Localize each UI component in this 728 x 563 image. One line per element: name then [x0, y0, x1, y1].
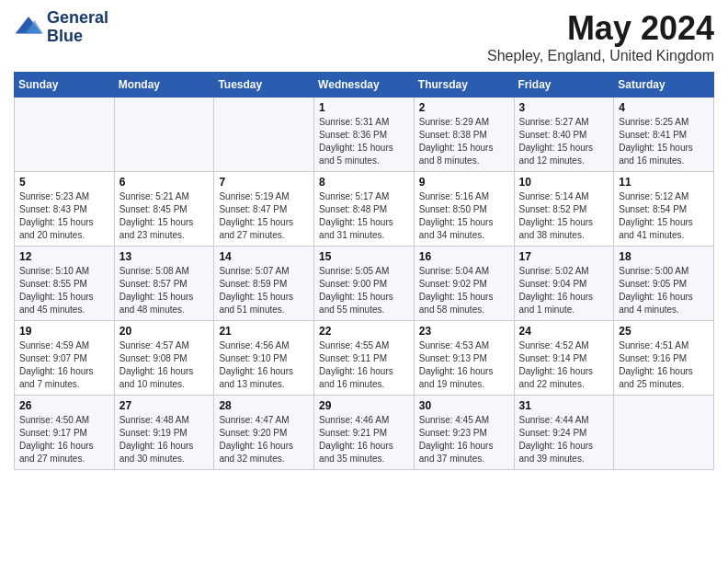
calendar-cell: 18Sunrise: 5:00 AM Sunset: 9:05 PM Dayli… [614, 247, 714, 321]
calendar-cell: 8Sunrise: 5:17 AM Sunset: 8:48 PM Daylig… [314, 172, 415, 247]
day-number: 6 [119, 176, 210, 189]
calendar-cell: 27Sunrise: 4:48 AM Sunset: 9:19 PM Dayli… [114, 396, 214, 470]
day-number: 12 [19, 250, 109, 263]
calendar-cell: 9Sunrise: 5:16 AM Sunset: 8:50 PM Daylig… [414, 172, 514, 247]
location-title: Shepley, England, United Kingdom [487, 48, 714, 64]
calendar-cell: 13Sunrise: 5:08 AM Sunset: 8:57 PM Dayli… [114, 247, 214, 321]
calendar-cell: 2Sunrise: 5:29 AM Sunset: 8:38 PM Daylig… [414, 98, 514, 172]
calendar-cell: 22Sunrise: 4:55 AM Sunset: 9:11 PM Dayli… [314, 321, 415, 396]
calendar-cell [114, 98, 214, 172]
day-info: Sunrise: 4:44 AM Sunset: 9:24 PM Dayligh… [519, 414, 609, 465]
day-info: Sunrise: 4:45 AM Sunset: 9:23 PM Dayligh… [419, 414, 509, 465]
calendar-cell: 14Sunrise: 5:07 AM Sunset: 8:59 PM Dayli… [214, 247, 314, 321]
day-number: 29 [319, 399, 409, 412]
calendar-cell [15, 98, 115, 172]
day-number: 1 [319, 101, 409, 114]
day-info: Sunrise: 4:51 AM Sunset: 9:16 PM Dayligh… [619, 339, 709, 391]
day-info: Sunrise: 5:29 AM Sunset: 8:38 PM Dayligh… [419, 116, 509, 167]
day-info: Sunrise: 5:21 AM Sunset: 8:45 PM Dayligh… [119, 190, 210, 242]
day-number: 11 [619, 176, 709, 189]
day-info: Sunrise: 4:56 AM Sunset: 9:10 PM Dayligh… [219, 339, 309, 391]
day-info: Sunrise: 4:55 AM Sunset: 9:11 PM Dayligh… [319, 339, 409, 391]
day-info: Sunrise: 4:53 AM Sunset: 9:13 PM Dayligh… [419, 339, 509, 391]
calendar-cell: 3Sunrise: 5:27 AM Sunset: 8:40 PM Daylig… [514, 98, 614, 172]
day-number: 20 [119, 325, 210, 338]
calendar-cell: 30Sunrise: 4:45 AM Sunset: 9:23 PM Dayli… [414, 396, 514, 470]
calendar-cell [614, 396, 714, 470]
calendar-cell: 24Sunrise: 4:52 AM Sunset: 9:14 PM Dayli… [514, 321, 614, 396]
day-number: 26 [19, 399, 109, 412]
calendar-cell: 5Sunrise: 5:23 AM Sunset: 8:43 PM Daylig… [15, 172, 115, 247]
day-number: 23 [419, 325, 509, 338]
day-info: Sunrise: 5:19 AM Sunset: 8:47 PM Dayligh… [219, 190, 309, 242]
page-header: General Blue May 2024 Shepley, England, … [14, 9, 714, 64]
day-info: Sunrise: 4:52 AM Sunset: 9:14 PM Dayligh… [519, 339, 609, 391]
calendar-week-row: 19Sunrise: 4:59 AM Sunset: 9:07 PM Dayli… [15, 321, 714, 396]
day-info: Sunrise: 5:12 AM Sunset: 8:54 PM Dayligh… [619, 190, 709, 242]
logo: General Blue [14, 9, 108, 46]
day-info: Sunrise: 4:50 AM Sunset: 9:17 PM Dayligh… [19, 414, 109, 465]
calendar-cell: 12Sunrise: 5:10 AM Sunset: 8:55 PM Dayli… [15, 247, 115, 321]
weekday-header-cell: Thursday [414, 73, 514, 98]
calendar-cell: 21Sunrise: 4:56 AM Sunset: 9:10 PM Dayli… [214, 321, 314, 396]
calendar-cell: 20Sunrise: 4:57 AM Sunset: 9:08 PM Dayli… [114, 321, 214, 396]
day-info: Sunrise: 5:05 AM Sunset: 9:00 PM Dayligh… [319, 265, 409, 316]
month-title: May 2024 [487, 9, 714, 48]
calendar-cell: 16Sunrise: 5:04 AM Sunset: 9:02 PM Dayli… [414, 247, 514, 321]
calendar-cell: 23Sunrise: 4:53 AM Sunset: 9:13 PM Dayli… [414, 321, 514, 396]
calendar-table: SundayMondayTuesdayWednesdayThursdayFrid… [14, 72, 714, 470]
day-number: 24 [519, 325, 609, 338]
weekday-header-row: SundayMondayTuesdayWednesdayThursdayFrid… [15, 73, 714, 98]
day-info: Sunrise: 5:10 AM Sunset: 8:55 PM Dayligh… [19, 265, 109, 316]
calendar-cell: 6Sunrise: 5:21 AM Sunset: 8:45 PM Daylig… [114, 172, 214, 247]
calendar-cell: 25Sunrise: 4:51 AM Sunset: 9:16 PM Dayli… [614, 321, 714, 396]
day-info: Sunrise: 5:25 AM Sunset: 8:41 PM Dayligh… [619, 116, 709, 167]
day-info: Sunrise: 5:16 AM Sunset: 8:50 PM Dayligh… [419, 190, 509, 242]
calendar-cell: 15Sunrise: 5:05 AM Sunset: 9:00 PM Dayli… [314, 247, 415, 321]
day-number: 28 [219, 399, 309, 412]
day-number: 9 [419, 176, 509, 189]
logo-icon [14, 13, 43, 42]
day-number: 5 [19, 176, 109, 189]
day-number: 15 [319, 250, 409, 263]
day-info: Sunrise: 5:17 AM Sunset: 8:48 PM Dayligh… [319, 190, 409, 242]
calendar-body: 1Sunrise: 5:31 AM Sunset: 8:36 PM Daylig… [15, 98, 714, 470]
day-number: 14 [219, 250, 309, 263]
day-number: 8 [319, 176, 409, 189]
weekday-header-cell: Friday [514, 73, 614, 98]
weekday-header-cell: Saturday [614, 73, 714, 98]
calendar-cell: 7Sunrise: 5:19 AM Sunset: 8:47 PM Daylig… [214, 172, 314, 247]
day-info: Sunrise: 4:48 AM Sunset: 9:19 PM Dayligh… [119, 414, 210, 465]
day-info: Sunrise: 5:02 AM Sunset: 9:04 PM Dayligh… [519, 265, 609, 316]
calendar-cell: 1Sunrise: 5:31 AM Sunset: 8:36 PM Daylig… [314, 98, 415, 172]
calendar-cell: 26Sunrise: 4:50 AM Sunset: 9:17 PM Dayli… [15, 396, 115, 470]
calendar-cell: 31Sunrise: 4:44 AM Sunset: 9:24 PM Dayli… [514, 396, 614, 470]
calendar-week-row: 12Sunrise: 5:10 AM Sunset: 8:55 PM Dayli… [15, 247, 714, 321]
calendar-cell: 29Sunrise: 4:46 AM Sunset: 9:21 PM Dayli… [314, 396, 415, 470]
day-info: Sunrise: 4:47 AM Sunset: 9:20 PM Dayligh… [219, 414, 309, 465]
title-block: May 2024 Shepley, England, United Kingdo… [487, 9, 714, 64]
calendar-week-row: 5Sunrise: 5:23 AM Sunset: 8:43 PM Daylig… [15, 172, 714, 247]
day-number: 19 [19, 325, 109, 338]
day-info: Sunrise: 5:23 AM Sunset: 8:43 PM Dayligh… [19, 190, 109, 242]
day-info: Sunrise: 5:14 AM Sunset: 8:52 PM Dayligh… [519, 190, 609, 242]
weekday-header-cell: Wednesday [314, 73, 415, 98]
day-number: 30 [419, 399, 509, 412]
day-number: 22 [319, 325, 409, 338]
day-number: 16 [419, 250, 509, 263]
weekday-header-cell: Sunday [15, 73, 115, 98]
day-info: Sunrise: 5:08 AM Sunset: 8:57 PM Dayligh… [119, 265, 210, 316]
day-number: 25 [619, 325, 709, 338]
day-info: Sunrise: 5:07 AM Sunset: 8:59 PM Dayligh… [219, 265, 309, 316]
day-info: Sunrise: 5:27 AM Sunset: 8:40 PM Dayligh… [519, 116, 609, 167]
calendar-cell: 10Sunrise: 5:14 AM Sunset: 8:52 PM Dayli… [514, 172, 614, 247]
calendar-cell: 17Sunrise: 5:02 AM Sunset: 9:04 PM Dayli… [514, 247, 614, 321]
day-number: 27 [119, 399, 210, 412]
day-info: Sunrise: 4:46 AM Sunset: 9:21 PM Dayligh… [319, 414, 409, 465]
calendar-week-row: 1Sunrise: 5:31 AM Sunset: 8:36 PM Daylig… [15, 98, 714, 172]
calendar-cell: 28Sunrise: 4:47 AM Sunset: 9:20 PM Dayli… [214, 396, 314, 470]
day-number: 3 [519, 101, 609, 114]
calendar-week-row: 26Sunrise: 4:50 AM Sunset: 9:17 PM Dayli… [15, 396, 714, 470]
logo-text: General Blue [47, 9, 108, 46]
day-number: 7 [219, 176, 309, 189]
